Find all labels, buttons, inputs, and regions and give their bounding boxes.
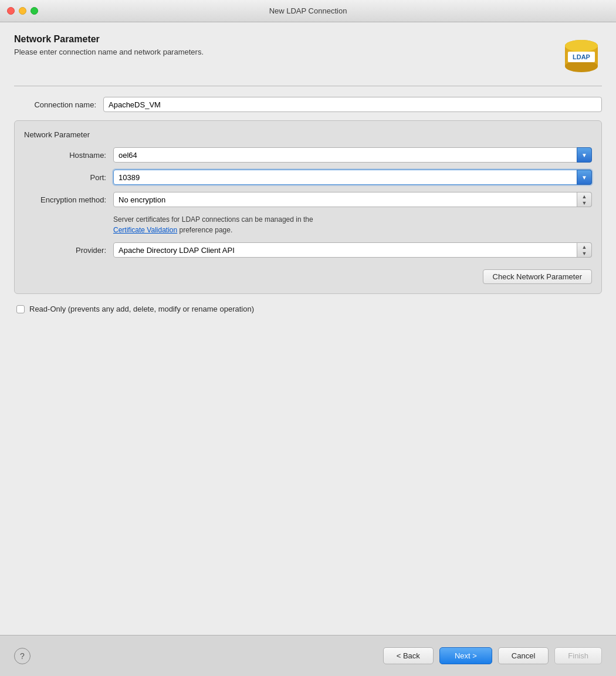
svg-point-4 — [565, 40, 598, 52]
provider-row: Provider: ▲ ▼ — [24, 242, 592, 258]
cert-text: Server certificates for LDAP connections… — [113, 214, 592, 235]
header-text: Network Parameter Please enter connectio… — [14, 34, 204, 56]
svg-text:LDAP: LDAP — [573, 53, 590, 60]
cert-text-before: Server certificates for LDAP connections… — [113, 215, 313, 224]
encryption-select-wrapper: ▲ ▼ — [113, 192, 592, 207]
encryption-select[interactable] — [113, 192, 592, 207]
hostname-input[interactable] — [113, 147, 592, 163]
maximize-button[interactable] — [31, 7, 38, 15]
hostname-label: Hostname: — [24, 151, 106, 160]
finish-button[interactable]: Finish — [554, 647, 602, 664]
network-param-box: Network Parameter Hostname: ▼ Port: ▼ — [14, 120, 602, 294]
header-section: Network Parameter Please enter connectio… — [14, 34, 602, 75]
readonly-row: Read-Only (prevents any add, delete, mod… — [14, 305, 602, 313]
hostname-combo: ▼ — [113, 147, 592, 163]
hostname-dropdown-btn[interactable]: ▼ — [577, 147, 592, 163]
encryption-dropdown-btn[interactable]: ▲ ▼ — [577, 192, 592, 207]
provider-select-wrapper: ▲ ▼ — [113, 242, 592, 258]
certificate-validation-link[interactable]: Certificate Validation — [113, 226, 177, 234]
port-row: Port: ▼ — [24, 170, 592, 185]
page-subtext: Please enter connection name and network… — [14, 48, 204, 56]
provider-label: Provider: — [24, 246, 106, 255]
title-bar: New LDAP Connection — [0, 0, 616, 22]
readonly-checkbox[interactable] — [16, 305, 25, 313]
encryption-row: Encryption method: ▲ ▼ — [24, 192, 592, 207]
minimize-button[interactable] — [19, 7, 26, 15]
port-input[interactable] — [113, 170, 592, 185]
port-combo: ▼ — [113, 170, 592, 185]
port-label: Port: — [24, 173, 106, 182]
check-btn-row: Check Network Parameter — [24, 269, 592, 284]
cancel-button[interactable]: Cancel — [498, 647, 549, 664]
network-param-title: Network Parameter — [24, 130, 592, 139]
bottom-buttons: < Back Next > Cancel Finish — [383, 647, 602, 664]
ldap-icon: LDAP — [561, 34, 602, 75]
cert-text-row: Server certificates for LDAP connections… — [24, 214, 592, 235]
cert-text-after2: preference page. — [180, 226, 233, 234]
window-title: New LDAP Connection — [269, 6, 347, 15]
provider-dropdown-btn[interactable]: ▲ ▼ — [577, 242, 592, 258]
separator — [14, 86, 602, 86]
port-dropdown-btn[interactable]: ▼ — [577, 170, 592, 185]
page-heading: Network Parameter — [14, 34, 204, 45]
help-button[interactable]: ? — [14, 648, 31, 664]
provider-select[interactable] — [113, 242, 592, 258]
readonly-label: Read-Only (prevents any add, delete, mod… — [29, 305, 254, 313]
traffic-lights — [7, 7, 38, 15]
connection-name-row: Connection name: — [14, 97, 602, 112]
bottom-bar: ? < Back Next > Cancel Finish — [0, 635, 616, 676]
connection-name-input[interactable] — [103, 97, 602, 112]
network-inner-form: Hostname: ▼ Port: ▼ Encryption method: — [24, 147, 592, 284]
bottom-left: ? — [14, 648, 31, 664]
next-button[interactable]: Next > — [439, 647, 492, 664]
back-button[interactable]: < Back — [383, 647, 434, 664]
hostname-row: Hostname: ▼ — [24, 147, 592, 163]
connection-name-label: Connection name: — [14, 100, 96, 109]
encryption-label: Encryption method: — [24, 195, 106, 204]
main-content: Network Parameter Please enter connectio… — [0, 22, 616, 635]
check-network-param-button[interactable]: Check Network Parameter — [483, 269, 592, 284]
close-button[interactable] — [7, 7, 15, 15]
